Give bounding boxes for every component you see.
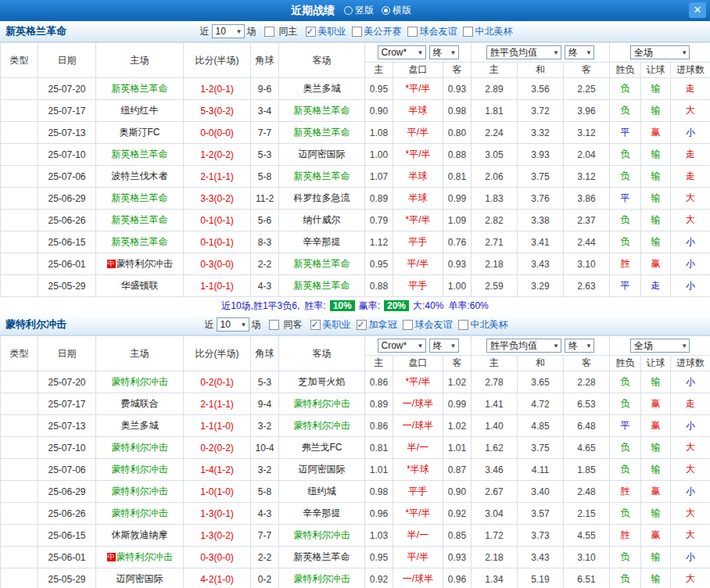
- away-team-name[interactable]: 新英格兰革命: [294, 551, 350, 562]
- layout-radio-horizontal[interactable]: 横版: [382, 4, 411, 17]
- away-team-name[interactable]: 蒙特利尔冲击: [294, 398, 350, 409]
- avg-draw-cell: 3.76: [518, 188, 564, 210]
- home-team-name[interactable]: 波特兰伐木者: [112, 170, 168, 181]
- home-team-name[interactable]: 蒙特利尔冲击: [112, 376, 168, 387]
- odds-away-cell: 1.02: [443, 415, 472, 437]
- away-team-name[interactable]: 蒙特利尔冲击: [294, 529, 350, 540]
- away-team-name[interactable]: 辛辛那提: [303, 236, 341, 247]
- section-header-1: 蒙特利尔冲击近10▼场同客美职业加拿冠球会友谊中北美杯: [0, 314, 710, 335]
- close-button[interactable]: ✕: [689, 2, 706, 18]
- away-team-name[interactable]: 科罗拉多急流: [294, 192, 350, 203]
- type-cell: 美职业: [1, 459, 38, 481]
- home-team-name[interactable]: 奥斯汀FC: [120, 127, 160, 138]
- checkbox-icon: [463, 27, 473, 37]
- home-team-cell: 蒙特利尔冲击: [96, 481, 184, 503]
- home-team-name[interactable]: 休斯敦迪纳摩: [112, 529, 168, 540]
- odds-home-cell: 1.00: [365, 144, 393, 166]
- home-team-name[interactable]: 蒙特利尔冲击: [112, 486, 168, 497]
- home-team-name[interactable]: 蒙特利尔冲击: [117, 551, 173, 562]
- result-goals-cell: 小: [671, 231, 710, 253]
- home-team-name[interactable]: 蒙特利尔冲击: [112, 464, 168, 475]
- home-team-cell: 新英格兰革命: [96, 210, 184, 231]
- handicap-cell: 平/半: [393, 122, 443, 144]
- date-cell: 25-07-10: [38, 144, 96, 166]
- home-team-name[interactable]: 奥兰多城: [121, 420, 159, 431]
- away-team-name[interactable]: 新英格兰革命: [294, 280, 350, 291]
- date-cell: 25-07-17: [38, 393, 96, 415]
- away-team-cell: 迈阿密国际: [279, 144, 365, 166]
- avg-odds-select[interactable]: 胜平负均值▼: [486, 45, 561, 59]
- home-team-name[interactable]: 费城联合: [121, 398, 159, 409]
- home-team-name[interactable]: 新英格兰革命: [112, 83, 168, 94]
- filter-league-1[interactable]: 加拿冠: [357, 318, 397, 332]
- chevron-down-icon: ▼: [681, 342, 687, 350]
- result-goals-cell: 走: [671, 393, 710, 415]
- away-team-name[interactable]: 纳什威尔: [303, 214, 341, 225]
- away-team-name[interactable]: 蒙特利尔冲击: [294, 573, 350, 584]
- home-team-name[interactable]: 蒙特利尔冲击: [112, 442, 168, 453]
- corners-cell: 5-3: [251, 371, 279, 393]
- recent-count-select[interactable]: 10▼: [212, 24, 245, 38]
- avg-draw-cell: 3.72: [518, 100, 564, 122]
- company-select[interactable]: Crow*▼: [378, 45, 426, 59]
- away-team-name[interactable]: 新英格兰革命: [294, 105, 350, 116]
- home-team-name[interactable]: 新英格兰革命: [112, 236, 168, 247]
- away-team-name[interactable]: 辛辛那提: [303, 507, 341, 518]
- col-away-header: 客场: [279, 336, 365, 371]
- away-team-name[interactable]: 迈阿密国际: [299, 149, 346, 160]
- corners-cell: 5-8: [251, 166, 279, 188]
- home-team-name[interactable]: 华盛顿联: [121, 280, 159, 291]
- filter-same-venue[interactable]: 同主: [264, 25, 300, 38]
- filter-league-0[interactable]: 美职业: [306, 25, 346, 38]
- avg-home-cell: 2.82: [472, 210, 518, 231]
- away-team-name[interactable]: 新英格兰革命: [294, 127, 350, 138]
- home-team-name[interactable]: 新英格兰革命: [112, 214, 168, 225]
- final-odds-select[interactable]: 终▼: [565, 45, 594, 59]
- result-wdl-cell: 平: [610, 188, 641, 210]
- filter-league-1[interactable]: 美公开赛: [352, 25, 402, 38]
- avg-home-cell: 2.89: [472, 78, 518, 100]
- col-type-header: 类型: [1, 336, 38, 371]
- company-select[interactable]: Crow*▼: [378, 339, 426, 353]
- filter-same-venue[interactable]: 同客: [269, 318, 305, 332]
- home-team-name[interactable]: 纽约红牛: [121, 105, 159, 116]
- filter-league-2[interactable]: 球会友谊: [407, 25, 457, 38]
- filter-league-0[interactable]: 美职业: [310, 318, 351, 332]
- avg-away-cell: 2.25: [564, 78, 610, 100]
- col-corner-header: 角球: [251, 336, 279, 371]
- home-team-name[interactable]: 新英格兰革命: [112, 192, 168, 203]
- avg-draw-cell: 4.85: [518, 415, 564, 437]
- away-team-name[interactable]: 新英格兰革命: [294, 170, 350, 181]
- final-odds-select[interactable]: 终▼: [565, 339, 594, 353]
- final-odds-select[interactable]: 终▼: [429, 339, 459, 353]
- result-goals-header: 进球数: [671, 356, 710, 371]
- recent-count-select[interactable]: 10▼: [217, 317, 249, 332]
- corners-cell: 4-3: [251, 503, 279, 525]
- result-goals-header: 进球数: [671, 63, 710, 78]
- filter-league-3[interactable]: 中北美杯: [458, 318, 508, 332]
- corners-cell: 2-2: [251, 547, 279, 568]
- away-team-name[interactable]: 迈阿密国际: [299, 464, 346, 475]
- filter-league-3[interactable]: 中北美杯: [463, 25, 513, 38]
- home-team-name[interactable]: 新英格兰革命: [112, 149, 168, 160]
- final-odds-select[interactable]: 终▼: [429, 45, 459, 59]
- result-handicap-cell: 输: [641, 166, 671, 188]
- home-team-name[interactable]: 迈阿密国际: [117, 573, 163, 584]
- away-team-name[interactable]: 新英格兰革命: [294, 258, 350, 269]
- away-team-name[interactable]: 奥兰多城: [303, 83, 341, 94]
- away-team-name[interactable]: 蒙特利尔冲击: [294, 420, 350, 431]
- corners-cell: 0-2: [251, 568, 279, 588]
- away-team-name[interactable]: 弗兰戈FC: [302, 442, 342, 453]
- layout-radio-vertical[interactable]: 竖版: [344, 4, 374, 17]
- home-team-name[interactable]: 蒙特利尔冲击: [112, 507, 168, 518]
- home-team-name[interactable]: 蒙特利尔冲击: [117, 258, 173, 269]
- win-rate-value: 10%: [330, 300, 355, 311]
- avg-odds-select[interactable]: 胜平负均值▼: [486, 339, 561, 353]
- away-team-name[interactable]: 芝加哥火焰: [299, 376, 346, 387]
- scope-select[interactable]: 全场▼: [630, 339, 690, 353]
- scope-select[interactable]: 全场▼: [630, 45, 690, 59]
- home-team-cell: 中蒙特利尔冲击: [96, 253, 184, 275]
- filter-league-2[interactable]: 球会友谊: [403, 318, 453, 332]
- away-team-name[interactable]: 纽约城: [308, 486, 336, 497]
- handicap-cell: *平/半: [393, 210, 443, 231]
